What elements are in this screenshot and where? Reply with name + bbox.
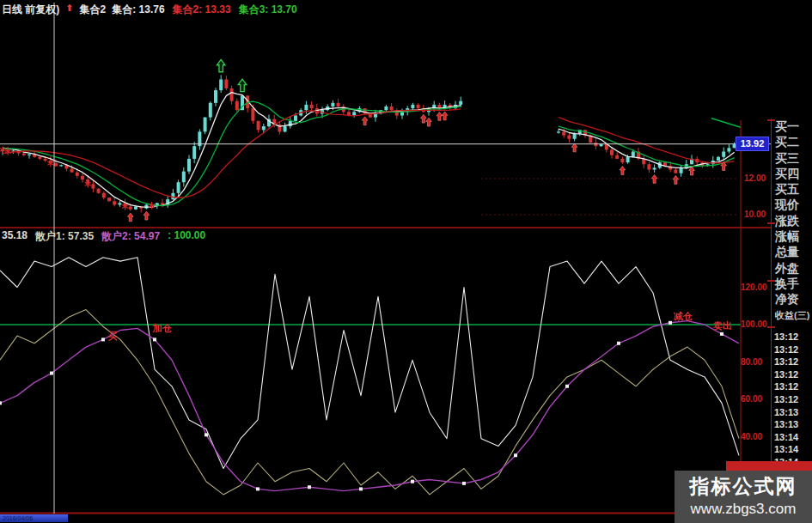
header-value-1: 集合: 13.76	[112, 3, 164, 17]
sidebar-label-10: 外盘	[772, 260, 812, 276]
sidebar-label-1: 买一	[772, 119, 812, 134]
indicator-first-value: 35.18	[2, 229, 27, 244]
sidebar-label-3: 买三	[772, 150, 812, 166]
trading-app-window: 日线 前复权) ⬆ 集合2 集合: 13.76集合2: 13.33集合3: 13…	[0, 0, 812, 523]
sidebar-label-7: 涨跌	[772, 213, 812, 228]
indicator-token-1: 散户1: 57.35	[35, 229, 94, 244]
chart-period-label: 日线 前复权)	[2, 3, 59, 17]
signal-arrows-section-2	[571, 143, 726, 184]
candles-section-2	[557, 129, 736, 177]
sidebar-separator-2	[767, 222, 775, 224]
indicator-value-list: 集合: 13.76集合2: 13.33集合3: 13.70	[112, 3, 296, 17]
indicator-token-2: 散户2: 54.97	[101, 229, 160, 244]
current-price-badge: 13.92	[736, 137, 769, 151]
sidebar-separator-1	[767, 119, 775, 121]
tick-time-7: 13:13	[772, 406, 812, 419]
indicator-header: 35.18 散户1: 57.35散户2: 54.97: 100.00	[2, 229, 205, 244]
current-price-value: 13.92	[741, 138, 765, 149]
tick-time-5: 13:12	[772, 380, 812, 393]
tick-time-8: 13:13	[772, 418, 812, 431]
indicator-token-list: 散户1: 57.35散户2: 54.97: 100.00	[35, 229, 205, 244]
price-tick-12.00: 12.00	[744, 173, 773, 183]
sidebar-separator-4	[767, 326, 775, 328]
sidebar-label-2: 买二	[772, 134, 812, 149]
sidebar-label-9: 总量	[772, 244, 812, 259]
tick-time-6: 13:12	[772, 393, 812, 406]
up-arrow-icon: ⬆	[65, 3, 73, 17]
tick-time-1: 13:12	[772, 331, 812, 344]
green-ma-segment	[711, 119, 741, 128]
tick-time-list: 13:1213:1213:1213:1213:1213:1213:1313:13…	[772, 331, 812, 469]
sidebar-label-12: 净资	[772, 291, 812, 307]
sidebar-label-11: 换手	[772, 276, 812, 291]
trade-annotation-2: 加仓	[153, 322, 172, 335]
trade-annotation-3: 减仓	[674, 310, 693, 323]
ma-lines-section-2	[559, 118, 735, 168]
panel-borders	[0, 120, 771, 514]
value-tick-100.00: 100.00	[741, 319, 770, 329]
tick-time-4: 13:12	[772, 368, 812, 381]
quote-sidebar: 买一买二买三买四买五现价涨跌涨幅总量外盘换手净资收益(三)	[772, 119, 812, 323]
tick-time-2: 13:12	[772, 344, 812, 356]
signal-arrows-section-1	[0, 59, 448, 221]
sidebar-label-4: 买四	[772, 166, 812, 181]
watermark: 指标公式网 www.zbgs3.com	[675, 471, 812, 523]
scrollbar-thumb[interactable]: 2016/04/06	[0, 514, 68, 522]
quote-label-list: 买一买二买三买四买五现价涨跌涨幅总量外盘换手净资收益(三)	[772, 119, 812, 323]
value-tick-40.00: 40.00	[741, 432, 770, 441]
header-value-2: 集合2: 13.33	[173, 3, 231, 17]
ma-lines-section-1	[3, 93, 461, 208]
sidebar-label-8: 涨幅	[772, 228, 812, 244]
indicator-token-3: : 100.00	[168, 229, 205, 244]
date-label: 2016/04/06	[3, 515, 33, 521]
trade-annotation-4: 卖出	[713, 319, 732, 332]
sidebar-separator-3	[767, 280, 775, 282]
price-tick-10.00: 10.00	[744, 210, 773, 219]
signal-name-label: 集合2	[80, 3, 107, 17]
value-tick-60.00: 60.00	[741, 394, 770, 404]
price-and-indicator-chart[interactable]	[0, 0, 812, 523]
sidebar-label-6: 现价	[772, 197, 812, 212]
chart-header: 日线 前复权) ⬆ 集合2 集合: 13.76集合2: 13.33集合3: 13…	[2, 3, 297, 17]
value-tick-80.00: 80.00	[741, 357, 770, 367]
header-value-3: 集合3: 13.70	[239, 3, 297, 17]
sidebar-label-5: 买五	[772, 181, 812, 197]
tick-time-9: 13:14	[772, 431, 812, 444]
tick-time-3: 13:12	[772, 356, 812, 368]
oscillator-lines	[0, 258, 739, 495]
tick-time-10: 13:14	[772, 443, 812, 456]
sidebar-label-13: 收益(三)	[772, 307, 812, 323]
watermark-url-link[interactable]: www.zbgs3.com	[675, 501, 812, 518]
candles-section-1	[1, 75, 462, 212]
value-tick-120.00: 120.00	[741, 283, 770, 292]
watermark-red-strip	[726, 461, 812, 471]
watermark-title: 指标公式网	[675, 473, 812, 500]
grid-lines	[481, 179, 737, 215]
trade-annotation-1: 买	[108, 330, 118, 343]
